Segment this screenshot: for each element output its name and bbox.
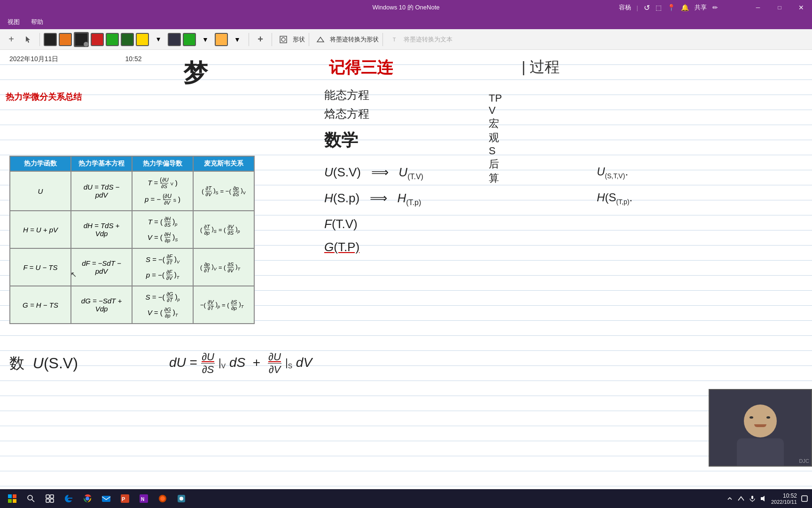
partial-G: S = −( ∂G ∂T )p V = ( ∂G (132, 286, 193, 324)
system-tray-up[interactable] (726, 495, 734, 502)
taskbar-mail[interactable] (98, 490, 115, 507)
bottom-label: 数 U(S.V) (9, 355, 78, 372)
webcam-overlay: DJC (709, 389, 812, 467)
taskview-button[interactable] (41, 490, 58, 507)
pen-tool-1[interactable]: ▼ (151, 32, 166, 47)
minimize-button[interactable]: ─ (747, 0, 769, 15)
share-text[interactable]: 共享 (695, 3, 707, 12)
process-title: | 过程 (522, 57, 560, 78)
col-header-partial: 热力学偏导数 (132, 156, 193, 171)
svg-rect-5 (13, 499, 16, 503)
convert-text-icon[interactable]: T (387, 32, 402, 47)
pen-selected[interactable] (74, 32, 89, 47)
thermo-table: 热力学函数 热力学基本方程 热力学偏导数 麦克斯韦关系 U dU = TdS −… (9, 156, 255, 324)
pen-tool-3[interactable]: ▼ (230, 32, 245, 47)
maxwell-U: ( ∂T ∂V )S = −( ∂p ∂S (193, 171, 254, 211)
taskbar-app8[interactable] (154, 490, 171, 507)
taskbar-chrome[interactable] (79, 490, 96, 507)
mic-icon[interactable] (749, 495, 756, 502)
main-content: 2022年10月11日 10:52 梦 记得三连 | 过程 热力学微分关系总结 … (0, 50, 812, 489)
menu-view[interactable]: 视图 (4, 17, 23, 27)
table-row: G = H − TS dG = −SdT + Vdp S = −( ∂G ∂T … (10, 286, 254, 324)
maxwell-F: ( ∂p ∂T )V = ( ∂S ∂V )T (193, 248, 254, 286)
bottom-math: 数 U(S.V) (9, 353, 78, 374)
table-row: F = U − TS dF = −SdT − pdV S = −( ∂F ∂T … (10, 248, 254, 286)
svg-point-19 (160, 496, 165, 501)
svg-point-12 (86, 497, 89, 500)
partial-F: S = −( ∂F ∂T )V p = −( ∂F (132, 248, 193, 286)
taskbar-app9[interactable] (173, 490, 190, 507)
svg-text:N: N (141, 497, 144, 502)
add-button[interactable]: + (4, 32, 19, 47)
eq-U: dU = TdS − pdV (71, 171, 132, 211)
eq-F: dF = −SdT − pdV (71, 248, 132, 286)
network-icon[interactable] (737, 495, 745, 502)
svg-line-7 (32, 500, 34, 502)
nav-icon[interactable]: ↺ (644, 3, 650, 12)
enthalpy-eq-label: 焓态方程 (324, 106, 369, 121)
svg-rect-3 (13, 494, 16, 498)
bell-icon[interactable]: 🔔 (681, 4, 689, 11)
convert-shape-icon[interactable] (313, 32, 328, 47)
svg-rect-4 (8, 499, 12, 503)
shape-icon[interactable] (276, 32, 291, 47)
pen-orange2[interactable] (215, 33, 228, 46)
svg-rect-8 (46, 495, 49, 498)
energy-eq-label: 能态方程 (324, 87, 369, 103)
pen-dark[interactable] (168, 33, 181, 46)
maximize-button[interactable]: □ (769, 0, 790, 15)
col-header-func: 热力学函数 (10, 156, 71, 171)
G-TP-expr: G(T.P) (324, 238, 423, 257)
math-expressions: U(S.V) ⟹ U(T.V) U(S,T,V). H(S.p) ⟹ H(T.p… (324, 163, 423, 257)
pen-green1[interactable] (106, 33, 119, 46)
right-notes: 能态方程 焓态方程 数学 TP V 宏观 S 后算 (324, 87, 369, 156)
menu-help[interactable]: 帮助 (27, 17, 47, 27)
add-tool[interactable]: + (253, 32, 268, 47)
pen-yellow[interactable] (136, 33, 149, 46)
convert-shape-label[interactable]: 将墨迹转换为形状 (330, 35, 379, 44)
notification-icon[interactable] (801, 495, 808, 502)
pen-green2[interactable] (121, 33, 134, 46)
svg-rect-0 (280, 36, 287, 43)
window-title: Windows 10 的 OneNote (372, 3, 439, 12)
bottom-formula: dU = ∂U ∂S |V dS + ∂U ∂V |S dV (169, 351, 312, 376)
date-display: 2022年10月11日 (9, 55, 58, 63)
webcam-watermark: DJC (799, 458, 809, 464)
pen-black[interactable] (44, 33, 57, 46)
edit-icon[interactable]: ✏ (712, 4, 718, 11)
pen-green3[interactable] (183, 33, 196, 46)
svg-rect-22 (751, 496, 753, 499)
func-U: U (10, 171, 71, 211)
svg-text:P: P (122, 496, 125, 502)
pen-red[interactable] (91, 33, 104, 46)
section-title: 热力学微分关系总结 (6, 91, 82, 103)
svg-rect-11 (50, 499, 54, 502)
clock-display: 10:52 2022/10/11 (771, 492, 797, 505)
svg-rect-25 (802, 496, 807, 501)
share-icon[interactable]: ⬚ (656, 4, 662, 11)
table-row: U dU = TdS − pdV T = (∂U ∂S V ) (10, 171, 254, 211)
svg-point-6 (28, 495, 32, 500)
taskbar-edge[interactable] (60, 490, 77, 507)
start-button[interactable] (4, 490, 21, 507)
svg-point-1 (281, 38, 285, 41)
header-section: 2022年10月11日 10:52 (9, 55, 142, 64)
svg-rect-13 (102, 496, 110, 502)
U-SV-expr: U(S.V) ⟹ U(T.V) U(S,T,V). (324, 163, 423, 183)
close-button[interactable]: ✕ (790, 0, 812, 15)
convert-text-label[interactable]: 将墨迹转换为文本 (404, 35, 453, 44)
pen-orange[interactable] (59, 33, 72, 46)
shapes-label[interactable]: 形状 (293, 35, 305, 44)
taskbar-ppt[interactable]: P (117, 490, 133, 507)
cursor-button[interactable] (21, 32, 36, 47)
taskbar-onenote[interactable]: N (135, 490, 152, 507)
pen-tool-2[interactable]: ▼ (198, 32, 213, 47)
H-Sp-expr: H(S.p) ⟹ H(T.p) H(S(T,p). (324, 189, 423, 209)
maxwell-G: −( ∂V ∂T )p = ( ∂S ∂p )T (193, 286, 254, 324)
location-icon[interactable]: 📍 (667, 4, 675, 11)
volume-icon[interactable] (760, 495, 767, 502)
menubar: 视图 帮助 (0, 15, 812, 29)
search-button[interactable] (23, 490, 39, 507)
func-G: G = H − TS (10, 286, 71, 324)
col-header-maxwell: 麦克斯韦关系 (193, 156, 254, 171)
